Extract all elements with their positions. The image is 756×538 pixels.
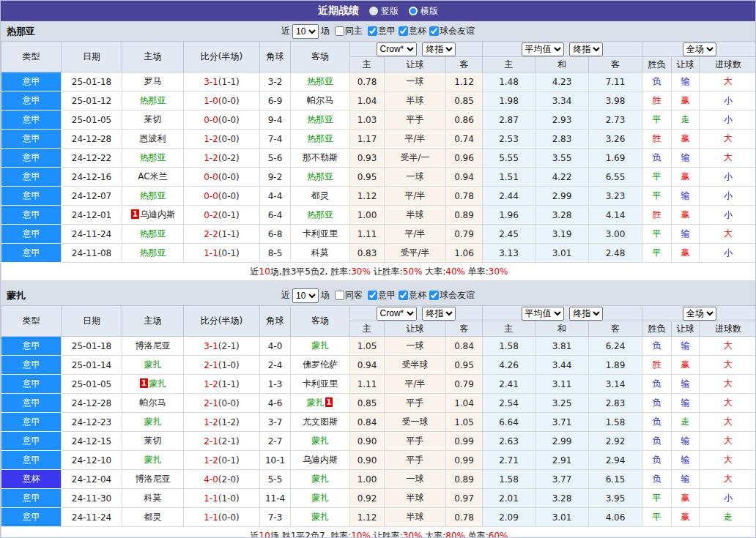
league-checkbox[interactable] <box>429 291 439 300</box>
radio-vertical-option[interactable]: 竖版 <box>369 5 399 18</box>
halftime-score: (2-0) <box>218 474 240 485</box>
match-date: 24-11-08 <box>62 244 122 263</box>
average-select[interactable]: 平均值 <box>522 307 564 321</box>
avg-odds-draw: 3.34 <box>536 91 589 111</box>
team-name-highlighted: 蒙扎 <box>311 512 329 522</box>
result-handicap: 赢 <box>672 244 700 263</box>
halftime-score: (0-1) <box>218 455 240 466</box>
avg-odds-away: 2.73 <box>589 111 642 130</box>
summary-segment: 单率: <box>465 266 489 277</box>
odds-away: 0.95 <box>446 356 483 375</box>
final-odds-select-1[interactable]: 终指 <box>422 42 456 56</box>
avg-odds-home: 1.48 <box>483 72 536 91</box>
match-date: 25-01-05 <box>62 375 122 394</box>
league-filter-意杯[interactable]: 意杯 <box>396 25 426 37</box>
col-odds-home: 主 <box>350 57 385 72</box>
league-filter-意甲[interactable]: 意甲 <box>365 25 396 37</box>
halftime-score: (1-1) <box>218 229 240 239</box>
fulltime-select[interactable]: 全场 <box>683 42 716 56</box>
same-home-filter[interactable]: 同主 <box>332 25 363 37</box>
match-row: 意甲25-01-18罗马3-1(1-1)3-2热那亚0.78一球1.121.48… <box>1 72 756 91</box>
result-outcome: 胜 <box>642 91 672 111</box>
match-date: 24-12-15 <box>62 432 122 451</box>
result-goals: 大 <box>700 375 756 394</box>
same-away-checkbox[interactable] <box>335 291 344 300</box>
result-goals: 小 <box>700 489 756 508</box>
same-away-filter[interactable]: 同客 <box>332 289 363 302</box>
away-team-cell: 热那亚 <box>291 72 350 91</box>
team-name-highlighted: 蒙扎 <box>307 397 325 408</box>
summary-segment: 60% <box>489 531 508 538</box>
radio-horizontal-option[interactable]: 横版 <box>409 5 438 18</box>
league-filter-球会友谊[interactable]: 球会友谊 <box>426 25 475 37</box>
league-checkbox[interactable] <box>429 26 439 36</box>
home-team-cell: 恩波利 <box>122 130 184 149</box>
section-header-monza: 蒙扎 近 10 场 同客 意甲意杯球会友谊 <box>1 285 755 305</box>
odds-away: 0.79 <box>446 375 483 394</box>
league-checkbox[interactable] <box>399 291 408 300</box>
away-team-cell: 蒙扎1 <box>291 394 350 413</box>
league-filter-意杯[interactable]: 意杯 <box>396 289 426 302</box>
fulltime-score: 0-0 <box>204 172 218 182</box>
games-count-select[interactable]: 10 <box>292 288 319 303</box>
average-group: 平均值 终指 <box>483 42 642 57</box>
halftime-score: (1-0) <box>218 493 240 504</box>
corner-cell: 4-6 <box>260 394 291 413</box>
avg-odds-draw: 2.91 <box>536 451 589 470</box>
team-name-highlighted: 蒙扎 <box>311 493 329 503</box>
home-team-cell: 科莫 <box>122 489 184 508</box>
score-cell: 2-2(1-1) <box>184 225 260 244</box>
fulltime-score: 4-0 <box>204 474 218 485</box>
games-count-select[interactable]: 10 <box>292 24 319 39</box>
final-odds-select-2[interactable]: 终指 <box>569 307 603 321</box>
result-handicap: 输 <box>672 187 700 206</box>
halftime-score: (0-2) <box>218 153 240 163</box>
score-cell: 1-1(1-0) <box>184 489 260 508</box>
team-name: 卡利亚里 <box>303 378 338 389</box>
away-team-cell: 热那亚 <box>291 130 350 149</box>
match-row: 意甲25-01-051蒙扎1-2(1-1)1-3卡利亚里1.11平/半0.792… <box>1 375 756 394</box>
odds-home: 0.93 <box>350 149 385 168</box>
odds-home: 1.00 <box>350 206 385 225</box>
halftime-score: (0-1) <box>218 210 240 220</box>
summary-segment: 让胜率: <box>371 266 403 277</box>
odds-away: 0.89 <box>446 206 483 225</box>
league-badge: 意杯 <box>1 470 62 489</box>
corner-cell: 5-5 <box>260 470 291 489</box>
fulltime-select[interactable]: 全场 <box>683 307 716 321</box>
corner-cell: 8-5 <box>260 244 291 263</box>
away-team-cell: 蒙扎 <box>291 489 350 508</box>
league-filter-意甲[interactable]: 意甲 <box>365 289 396 302</box>
team-name: 乌迪内斯 <box>140 209 175 220</box>
bookmaker-select[interactable]: Crow* <box>377 42 417 56</box>
corner-cell: 10-1 <box>260 451 291 470</box>
col-result-goals: 进球数 <box>700 321 756 337</box>
summary-segment: 10% <box>351 531 371 538</box>
odds-home: 0.95 <box>350 168 385 187</box>
same-home-checkbox[interactable] <box>335 26 344 36</box>
col-score: 比分(半场) <box>184 306 260 337</box>
league-checkbox[interactable] <box>399 26 408 36</box>
match-date: 24-12-28 <box>62 130 122 149</box>
col-type: 类型 <box>1 306 62 337</box>
summary-segment: 30% <box>489 266 508 277</box>
league-badge: 意甲 <box>1 356 62 375</box>
corner-cell: 9-2 <box>260 168 291 187</box>
result-goals: 大 <box>700 337 756 356</box>
league-filter-group: 意甲意杯球会友谊 <box>365 289 475 302</box>
final-odds-select-1[interactable]: 终指 <box>422 307 456 321</box>
league-checkbox[interactable] <box>368 291 377 300</box>
team-name: 都灵 <box>144 512 162 522</box>
league-filter-球会友谊[interactable]: 球会友谊 <box>426 289 475 302</box>
odds-away: 0.99 <box>446 451 483 470</box>
team-name-highlighted: 热那亚 <box>307 209 333 220</box>
average-select[interactable]: 平均值 <box>522 42 564 56</box>
handicap-line: 平手 <box>385 451 446 470</box>
col-handicap: 让球 <box>385 57 446 72</box>
final-odds-select-2[interactable]: 终指 <box>569 42 603 56</box>
team-name-genoa: 热那亚 <box>7 25 35 38</box>
bookmaker-select[interactable]: Crow* <box>377 307 417 321</box>
league-checkbox[interactable] <box>368 26 377 36</box>
handicap-line: 受半/一 <box>385 149 446 168</box>
handicap-line: 平手 <box>385 394 446 413</box>
